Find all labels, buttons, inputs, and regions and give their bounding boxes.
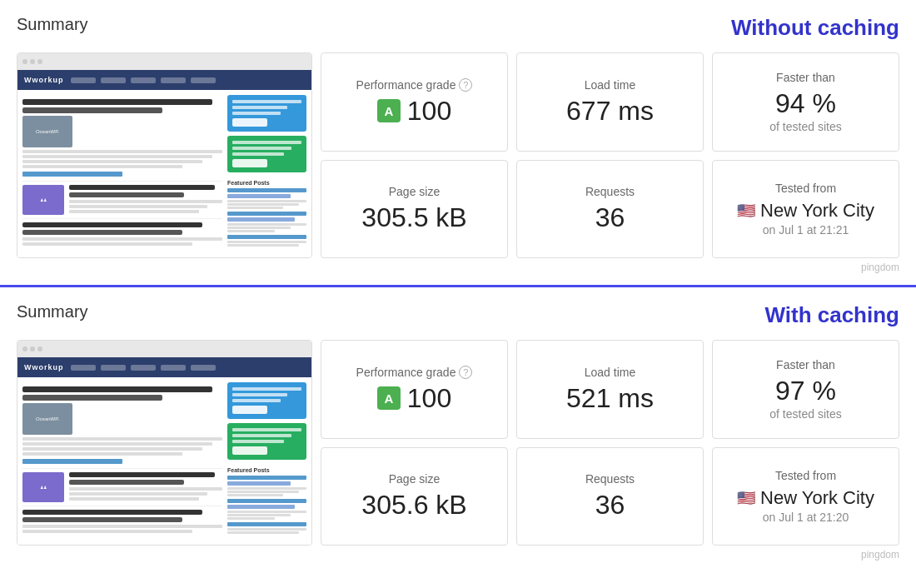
title-line [22, 386, 212, 392]
section-header-1: Summary Without caching [17, 15, 899, 41]
grade-badge-2: A [377, 386, 401, 410]
text-line [69, 492, 207, 496]
dot2 [30, 59, 35, 64]
faster-unit-1: % [813, 88, 836, 118]
metric-card-faster-than-2: Faster than 97 % of tested sites [712, 340, 899, 439]
post-thumb: OceanWP. [22, 116, 72, 147]
text-line [22, 237, 222, 241]
metric-card-page-size-2: Page size 305.6 kB [321, 447, 508, 546]
fake-two-col-1: OceanWP. [17, 90, 311, 257]
metric-label-perf-1: Performance grade ? [356, 78, 473, 92]
help-icon-1[interactable]: ? [459, 78, 472, 92]
read-more [22, 459, 122, 464]
title-line [22, 222, 202, 227]
fake-nav-2: Wworkup [17, 357, 311, 377]
dot1 [22, 346, 27, 351]
title-line [22, 99, 212, 105]
post-row [22, 506, 222, 536]
fake-sidebar-2: Featured Posts [227, 382, 306, 540]
widget-text [232, 387, 301, 391]
flag-icon-1: 🇺🇸 [737, 202, 755, 220]
metric-label-tested-1: Tested from [775, 182, 836, 195]
featured-item [227, 476, 306, 496]
metric-label-req-2: Requests [585, 472, 635, 486]
faster-label-text-2: Faster than [776, 358, 835, 371]
nav-item [161, 77, 186, 83]
post-text [22, 510, 222, 533]
perf-value-1: 100 [407, 97, 451, 126]
tested-from-value-1: 🇺🇸 New York City [737, 200, 874, 222]
featured-posts-1: Featured Posts [227, 177, 306, 252]
feat-text [227, 230, 275, 232]
feat-text [227, 200, 306, 202]
post-thumb: ♟♟ [22, 185, 64, 215]
title-line [22, 230, 182, 235]
title-line [69, 472, 215, 477]
perf-value-2: 100 [407, 384, 451, 413]
feat-text [227, 227, 291, 229]
load-label-text-2: Load time [585, 366, 635, 379]
fake-main-2: OceanWP. [22, 382, 222, 540]
load-label-text-1: Load time [585, 78, 635, 92]
sidebar-widget [227, 136, 306, 172]
text-line [69, 210, 199, 213]
metric-label-size-2: Page size [389, 472, 440, 486]
widget-text [232, 141, 301, 144]
nav-items-1 [71, 77, 216, 83]
text-lines [22, 525, 222, 533]
metric-label-load-2: Load time [585, 366, 635, 379]
load-value-1: 677 ms [566, 97, 654, 126]
feat-title [227, 235, 306, 239]
widget-text [232, 428, 301, 431]
fake-nav-1: Wworkup [17, 70, 311, 90]
section-subtitle-2: With caching [764, 302, 899, 328]
fake-browser-2: Wworkup [17, 341, 311, 545]
nav-item [71, 77, 96, 83]
feat-title [227, 522, 306, 526]
title-line [22, 395, 162, 401]
post-row: ♟♟ [22, 182, 222, 219]
metric-card-faster-than-1: Faster than 94 % of tested sites [712, 52, 899, 152]
nav-item [191, 365, 216, 371]
metric-card-requests-1: Requests 36 [516, 160, 704, 259]
help-icon-2[interactable]: ? [459, 366, 472, 379]
text-line [22, 452, 182, 456]
sidebar-widget [227, 95, 306, 132]
featured-item [227, 188, 306, 209]
metric-label-faster-1: Faster than [776, 71, 835, 84]
metric-card-perf-grade-2: Performance grade ? A 100 [321, 340, 508, 439]
metrics-grid-1: Performance grade ? A 100 Load time 677 … [321, 52, 899, 258]
nav-logo-1: Wworkup [24, 76, 64, 84]
nav-item [71, 365, 96, 371]
browser-bar-1 [17, 53, 311, 70]
metrics-grid-2: Performance grade ? A 100 Load time 521 … [321, 340, 899, 546]
text-line [69, 487, 222, 491]
post-text [22, 222, 222, 246]
feat-text [227, 487, 306, 490]
feat-text [227, 511, 306, 513]
text-line [22, 150, 222, 153]
feat-title [227, 481, 291, 486]
fake-sidebar-1: Featured Posts [227, 95, 306, 252]
section-content-2: Wworkup [17, 340, 899, 546]
size-value-2: 305.6 kB [361, 491, 466, 520]
widget-text [232, 434, 291, 437]
text-line [22, 155, 212, 158]
flag-icon-2: 🇺🇸 [737, 489, 755, 507]
widget-text [232, 152, 284, 156]
metric-label-size-1: Page size [389, 185, 440, 198]
text-line [22, 442, 212, 446]
dot3 [37, 59, 42, 64]
nav-item [131, 365, 156, 371]
widget-text [232, 399, 281, 402]
featured-item [227, 235, 306, 247]
fake-two-col-2: OceanWP. [17, 377, 311, 545]
size-label-text-1: Page size [389, 185, 440, 198]
section-subtitle-1: Without caching [731, 15, 899, 41]
widget-btn [232, 446, 267, 455]
featured-label: Featured Posts [227, 180, 306, 186]
featured-item [227, 522, 306, 534]
featured-label: Featured Posts [227, 467, 306, 473]
browser-bar-2 [17, 341, 311, 357]
nav-item [161, 365, 186, 371]
